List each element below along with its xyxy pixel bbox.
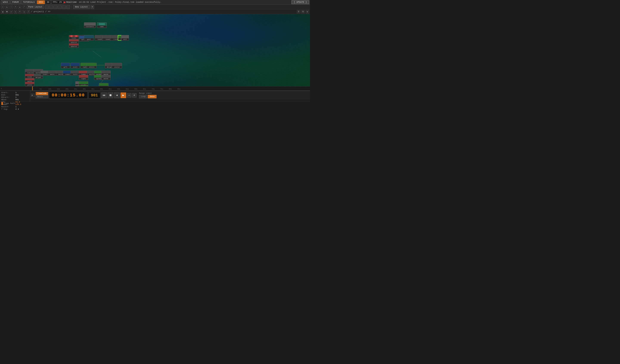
node-out1[interactable]: out1 [121,35,129,41]
node-tink1[interactable]: tink1 [69,35,79,39]
node-math1[interactable]: math1 [48,71,57,76]
status-indicator [1,102,3,105]
status-message: 14:28:52 Load Project .toe: Foley.Final.… [77,1,291,3]
start-value: 1 [16,92,29,94]
layout-box-4[interactable] [58,5,62,9]
play-btn[interactable]: ▶ [121,92,126,98]
page-num: 0 [297,10,300,13]
node-load1[interactable]: load1 [99,83,108,86]
layout-box-1[interactable] [45,5,49,9]
add-btn[interactable]: + [18,10,22,13]
timeline-ruler[interactable]: 1 51 101 151 201 251 301 351 401 451 501… [32,87,310,90]
layout-box-6[interactable] [66,5,70,9]
node-sphere2[interactable]: sphere2 [69,44,79,48]
realtime-dot [64,1,65,3]
main-viewport[interactable]: constant1 cam1 tink1 sphere1 sphere2 mer… [0,14,310,86]
rstart-value: 1 [16,96,29,99]
breadcrumb: / project1 / >> [31,11,50,13]
home2-btn[interactable]: / [27,10,30,13]
bottom-status-bar: Time Path: / [0,101,310,105]
node-hold1[interactable]: hold1 [25,74,34,78]
slash-btn[interactable]: / [22,5,26,9]
menu-wiki[interactable]: WIKI [1,0,10,4]
home-btn[interactable]: ⌂ [1,5,4,9]
settings-btn[interactable]: ⚙ [306,10,309,14]
stop-transport-btn[interactable]: ⏹ [108,92,113,98]
toggle-btn[interactable]: ◀ [1,10,4,14]
range-buttons: Loop Once [139,95,156,98]
menu-forum[interactable]: FORUM [10,0,21,4]
tick-451: 451 [108,88,111,90]
plus-btn[interactable]: + [14,5,17,9]
range-limit-area: Range Limit Loop Once [139,92,156,98]
tsig-value: 4 4 [16,108,29,110]
update-button[interactable]: [ UPDATE ] [292,0,309,4]
frame-display: 901 [89,92,100,99]
node-cam1[interactable]: cam1 [97,22,107,28]
layout-box-3[interactable] [53,5,57,9]
node-selct1[interactable]: selct1 [87,63,97,68]
minus-btn[interactable]: − [127,93,131,97]
resetf-label: ResetF: [1,106,15,108]
star-btn[interactable]: ★ [18,5,22,9]
layout-box-2[interactable] [49,5,53,9]
node-path2[interactable]: path2 [25,82,34,86]
back-btn[interactable]: ↻ [5,5,9,9]
skip-back-btn[interactable]: ⏮ [101,92,107,98]
tick-751: 751 [160,88,163,90]
node-constant1[interactable]: constant1 [84,22,96,28]
new-layout-btn[interactable]: New Layout [73,5,90,9]
tick-301: 301 [83,88,86,90]
tick-101: 101 [48,88,51,90]
tick-401: 401 [100,88,103,90]
separator-1 [71,5,72,9]
add-layout-btn[interactable]: + [91,5,94,9]
pane-layout-btn[interactable]: Pane Layout [27,5,44,9]
node-sphere1[interactable]: sphere1 [69,39,79,44]
range-limit-label: Range Limit [139,92,152,94]
tick-501: 501 [117,88,120,90]
tick-201: 201 [65,88,68,90]
plus-btn2[interactable]: + [132,93,137,97]
node-grf1[interactable]: grf1 [61,63,70,68]
tick-51: 51 [40,88,42,90]
tick-1: 1 [32,88,33,90]
nav-btn[interactable]: ↔ [9,5,13,9]
menu-oii[interactable]: OII [37,0,45,4]
timecode-toggle: TimeCode Beats [36,92,48,98]
menu-tutorials[interactable]: TUTORIALS [21,0,37,4]
end-value: 901 [16,94,29,96]
tick-801: 801 [169,88,172,90]
node-topb2[interactable]: topb2 [79,75,88,80]
tick-601: 601 [134,88,137,90]
rstart-label: RStart: [1,96,15,99]
stop-btn[interactable]: ■ [5,10,9,13]
tick-701: 701 [152,88,155,90]
tick-351: 351 [91,88,94,90]
node-math9[interactable]: math9 [101,75,111,80]
prev-frame-btn[interactable]: ◀ [114,92,120,98]
timeline-area[interactable]: 1 1 51 101 151 201 251 301 351 401 451 5… [0,86,310,91]
undo-btn[interactable]: ↩ [9,10,13,14]
window-btn[interactable]: ⧉ [301,10,305,13]
redo-btn[interactable]: ↪ [14,10,17,14]
timecode-btn[interactable]: TimeCode [36,92,48,95]
stats-panel: Start: 1 End: 901 RStart: 1 REnd: 901 FP… [0,91,30,101]
bookmark-btn[interactable]: ★ [22,10,26,14]
loop-btn[interactable]: Loop [139,95,148,98]
realtime-indicator[interactable]: Realtime [64,1,77,3]
once-btn[interactable]: Once [148,95,156,98]
node-instce[interactable]: instce [112,63,122,68]
beats-btn[interactable]: Beats [36,95,48,98]
rend-value: 901 [16,99,29,101]
layout-box-5[interactable] [62,5,66,9]
tick-151: 151 [57,88,60,90]
tick-551: 551 [126,88,129,90]
node-init1[interactable]: init1 [71,63,80,68]
tick-851: 851 [177,88,180,90]
layout-options [45,5,70,9]
end-label: End: [1,94,15,96]
time-path: Time Path: / [4,102,18,105]
node-geo1[interactable]: geo1 [84,35,94,41]
step-back-btn[interactable]: ◀ [31,93,35,97]
